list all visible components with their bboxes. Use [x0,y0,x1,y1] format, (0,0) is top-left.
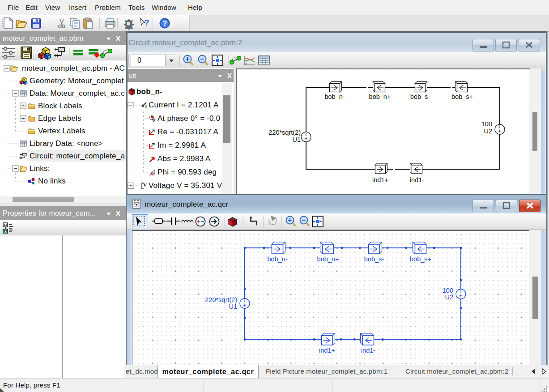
svg-text:U2: U2 [445,294,453,301]
svg-text:220*sqrt(2): 220*sqrt(2) [205,296,237,303]
svg-text:bob_s-: bob_s- [364,256,384,263]
svg-text:bob_n+: bob_n+ [317,256,339,263]
svg-text:bob_n-: bob_n- [267,256,287,263]
svg-text:ind1+: ind1+ [319,347,335,354]
svg-text:bob_s+: bob_s+ [410,256,431,263]
svg-text:U1: U1 [229,303,237,310]
svg-text:100: 100 [443,287,453,294]
svg-text:ind1-: ind1- [361,347,375,354]
